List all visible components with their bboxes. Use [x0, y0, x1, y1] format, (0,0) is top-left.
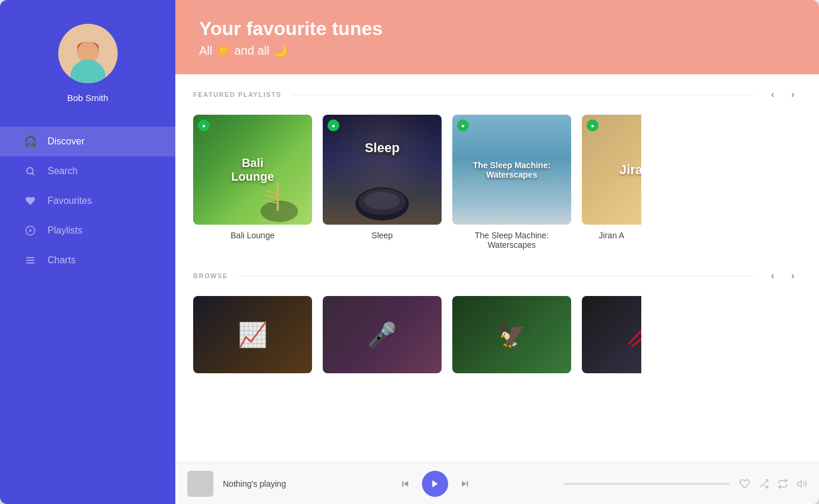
browse-next-button[interactable]: › — [785, 267, 801, 284]
browse-cards-row: 📈 🎤 — [193, 296, 801, 379]
browse-section-header: BROWSE ‹ › — [193, 267, 801, 284]
repeat-button[interactable] — [777, 478, 788, 489]
featured-next-button[interactable]: › — [785, 86, 801, 103]
player-bar: Nothing's playing — [175, 462, 819, 504]
play-pause-button[interactable] — [422, 471, 448, 497]
sidebar-label-search: Search — [48, 166, 78, 177]
card-sleep[interactable]: ● Sleep Sleep — [323, 115, 442, 250]
app-window: Bob Smith 🎧 Discover Search — [0, 0, 819, 504]
featured-divider — [291, 94, 755, 95]
volume-button[interactable] — [796, 478, 807, 489]
player-thumbnail — [187, 471, 213, 497]
heart-icon — [24, 194, 37, 207]
sidebar-item-discover[interactable]: 🎧 Discover — [0, 127, 175, 156]
featured-section-header: FEATURED PLAYLISTS ‹ › — [193, 86, 801, 103]
sidebar-item-playlists[interactable]: Playlists — [0, 216, 175, 245]
card-image-trending: 📈 — [193, 296, 312, 373]
like-button[interactable] — [739, 478, 750, 489]
featured-cards-row: ● Bali Lounge B — [193, 115, 801, 250]
menu-icon — [24, 254, 37, 267]
card-image-sleep: ● Sleep — [323, 115, 442, 225]
prev-track-button[interactable] — [397, 475, 414, 492]
card-title-jiran: Jiran A — [582, 231, 641, 240]
banner-subtitle: All ☀️ and all 🌙 — [199, 43, 795, 58]
svg-marker-18 — [462, 481, 466, 486]
sidebar-item-charts[interactable]: Charts — [0, 245, 175, 275]
card-title-waterscapes: The Sleep Machine: Waterscapes — [452, 231, 571, 250]
card-image-nature: 🦅 — [452, 296, 571, 373]
sidebar: Bob Smith 🎧 Discover Search — [0, 0, 175, 504]
avatar-figure — [70, 39, 106, 83]
pop-icon: 🎤 — [367, 321, 397, 349]
search-icon — [24, 165, 37, 178]
card-ambient[interactable]: 🥢 — [582, 296, 641, 379]
spotify-badge-bali: ● — [198, 119, 210, 131]
subtitle-mid: and all — [234, 44, 269, 58]
featured-section-title: FEATURED PLAYLISTS — [193, 91, 282, 98]
svg-rect-16 — [402, 481, 403, 486]
card-image-jiran: ● Jiran A — [582, 115, 641, 225]
player-actions — [739, 478, 807, 489]
sidebar-label-charts: Charts — [48, 255, 75, 266]
nature-icon: 🦅 — [497, 321, 527, 349]
sun-icon: ☀️ — [216, 43, 231, 58]
card-trending[interactable]: 📈 — [193, 296, 312, 379]
header-banner: Your favourite tunes All ☀️ and all 🌙 — [175, 0, 819, 74]
main-content: Your favourite tunes All ☀️ and all 🌙 FE… — [175, 0, 819, 504]
user-name: Bob Smith — [67, 93, 108, 103]
svg-point-14 — [364, 192, 400, 210]
play-circle-icon — [24, 224, 37, 237]
card-pop[interactable]: 🎤 — [323, 296, 442, 379]
svg-marker-15 — [404, 481, 408, 486]
browse-divider — [238, 276, 755, 276]
spotify-badge-sleep: ● — [327, 119, 339, 131]
featured-nav-arrows: ‹ › — [764, 86, 801, 103]
banner-title: Your favourite tunes — [199, 18, 795, 40]
card-image-ambient: 🥢 — [582, 296, 641, 373]
svg-marker-3 — [30, 229, 33, 232]
featured-title-row: FEATURED PLAYLISTS — [193, 91, 755, 98]
svg-line-1 — [32, 173, 34, 175]
card-bali-lounge[interactable]: ● Bali Lounge B — [193, 115, 312, 250]
featured-playlists-section: FEATURED PLAYLISTS ‹ › ● — [193, 86, 801, 250]
card-image-bali-lounge: ● Bali Lounge — [193, 115, 312, 225]
subtitle-pre: All — [199, 44, 212, 58]
svg-point-0 — [27, 168, 33, 174]
nav-menu: 🎧 Discover Search Favourites — [0, 127, 175, 275]
card-waterscapes[interactable]: ● The Sleep Machine:Waterscapes The Slee… — [452, 115, 571, 250]
ambient-icon: 🥢 — [626, 321, 641, 349]
svg-rect-19 — [467, 481, 468, 486]
browse-section: BROWSE ‹ › 📈 — [193, 267, 801, 379]
svg-rect-8 — [277, 182, 279, 212]
card-title-bali-lounge: Bali Lounge — [193, 231, 312, 240]
sidebar-label-playlists: Playlists — [48, 225, 83, 236]
browse-section-title: BROWSE — [193, 272, 228, 279]
card-image-waterscapes: ● The Sleep Machine:Waterscapes — [452, 115, 571, 225]
scroll-area[interactable]: FEATURED PLAYLISTS ‹ › ● — [175, 74, 819, 462]
featured-prev-button[interactable]: ‹ — [764, 86, 781, 103]
svg-marker-22 — [798, 480, 802, 487]
sidebar-label-favourites: Favourites — [48, 196, 92, 206]
sidebar-item-search[interactable]: Search — [0, 156, 175, 186]
spotify-badge-waterscapes: ● — [457, 119, 469, 131]
avatar-body — [70, 59, 106, 83]
trending-icon: 📈 — [238, 321, 267, 349]
card-jiran[interactable]: ● Jiran A Jiran A — [582, 115, 641, 250]
browse-nav-arrows: ‹ › — [764, 267, 801, 284]
card-title-sleep: Sleep — [323, 231, 442, 240]
shuffle-button[interactable] — [758, 478, 769, 489]
headphones-icon: 🎧 — [24, 135, 37, 148]
svg-point-7 — [261, 201, 298, 222]
card-nature[interactable]: 🦅 — [452, 296, 571, 379]
browse-title-row: BROWSE — [193, 272, 755, 279]
card-image-pop: 🎤 — [323, 296, 442, 373]
moon-icon: 🌙 — [273, 43, 288, 58]
avatar — [58, 24, 118, 83]
sidebar-label-discover: Discover — [48, 136, 84, 147]
spotify-badge-jiran: ● — [587, 119, 598, 131]
sidebar-item-favourites[interactable]: Favourites — [0, 186, 175, 216]
player-controls — [316, 471, 554, 497]
next-track-button[interactable] — [456, 475, 473, 492]
browse-prev-button[interactable]: ‹ — [764, 267, 781, 284]
progress-bar[interactable] — [563, 483, 730, 485]
